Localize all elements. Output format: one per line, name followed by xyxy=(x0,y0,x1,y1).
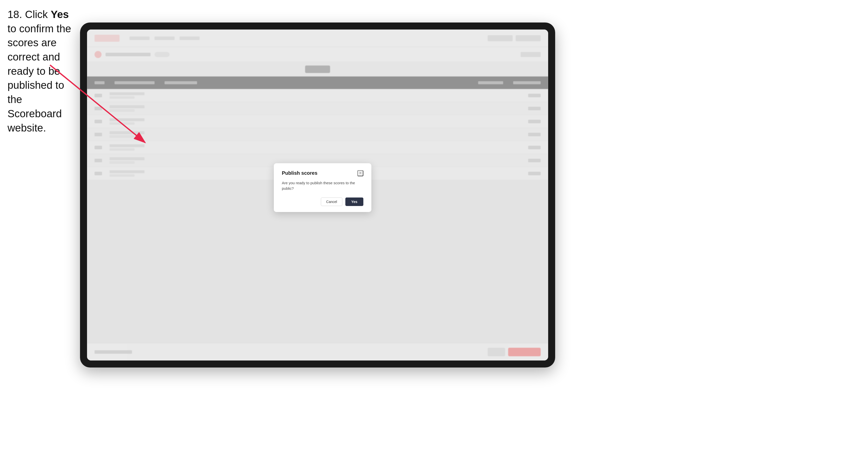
instruction-suffix: to confirm the scores are correct and re… xyxy=(7,23,71,134)
modal-overlay: Publish scores × Are you ready to publis… xyxy=(87,30,548,361)
instruction-prefix: Click xyxy=(25,8,51,20)
tablet-screen: Publish scores × Are you ready to publis… xyxy=(87,30,548,361)
modal-body-text: Are you ready to publish these scores to… xyxy=(282,180,363,191)
instruction-bold: Yes xyxy=(51,8,69,20)
modal-header: Publish scores × xyxy=(282,170,363,176)
modal-cancel-button[interactable]: Cancel xyxy=(321,197,342,206)
publish-scores-dialog: Publish scores × Are you ready to publis… xyxy=(274,163,371,212)
modal-yes-button[interactable]: Yes xyxy=(345,197,363,206)
modal-close-button[interactable]: × xyxy=(358,170,363,176)
instruction-text: 18. Click Yes to confirm the scores are … xyxy=(7,7,78,135)
step-number: 18. xyxy=(7,8,22,20)
modal-footer: Cancel Yes xyxy=(282,197,363,206)
tablet-device: Publish scores × Are you ready to publis… xyxy=(80,23,555,368)
modal-title: Publish scores xyxy=(282,170,317,176)
